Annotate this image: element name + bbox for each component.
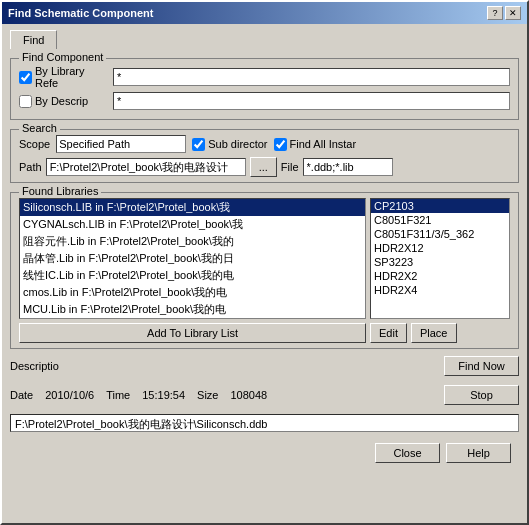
search-group: Search Scope Specified Path Current Libr… <box>10 129 519 183</box>
list-item[interactable]: Siliconsch.LIB in F:\Protel2\Protel_book… <box>20 199 365 216</box>
close-title-button[interactable]: ✕ <box>505 6 521 20</box>
list-item[interactable]: HDR2X12 <box>371 241 509 255</box>
edit-place-row: Edit Place <box>370 323 510 343</box>
found-libraries-group: Found Libraries Siliconsch.LIB in F:\Pro… <box>10 192 519 349</box>
browse-button[interactable]: ... <box>250 157 277 177</box>
list-item[interactable]: cmos.Lib in F:\Protel2\Protel_book\我的电 <box>20 284 365 301</box>
by-descrip-checkbox[interactable] <box>19 95 32 108</box>
find-all-instance-label: Find All Instar <box>274 138 357 151</box>
find-all-instance-checkbox[interactable] <box>274 138 287 151</box>
right-panel: CP2103 C8051F321 C8051F311/3/5_362 HDR2X… <box>370 198 510 343</box>
by-library-row: By Library Refe <box>19 65 510 89</box>
path-label: Path <box>19 161 42 173</box>
description-label: Descriptio <box>10 360 59 372</box>
search-group-label: Search <box>19 122 60 134</box>
list-item[interactable]: HDR2X2 <box>371 269 509 283</box>
size-value: 108048 <box>230 389 267 401</box>
add-to-library-button[interactable]: Add To Library List <box>19 323 366 343</box>
close-button[interactable]: Close <box>375 443 440 463</box>
path-row: Path ... File <box>19 157 510 177</box>
content-area: Find Find Component By Library Refe By D… <box>2 24 527 523</box>
stop-button[interactable]: Stop <box>444 385 519 405</box>
description-row: Descriptio Find Now <box>10 354 519 378</box>
by-descrip-row: By Descrip <box>19 92 510 110</box>
by-library-checkbox-label: By Library Refe <box>19 65 109 89</box>
date-row: Date 2010/10/6 Time 15:19:54 Size 108048… <box>10 383 519 407</box>
list-item[interactable]: SP3223 <box>371 255 509 269</box>
action-buttons: Close Help <box>10 439 519 467</box>
add-to-library-row: Add To Library List <box>19 323 366 343</box>
find-component-group: Find Component By Library Refe By Descri… <box>10 58 519 120</box>
list-item[interactable]: MCU.Lib in F:\Protel2\Protel_book\我的电 <box>20 301 365 318</box>
by-library-input[interactable] <box>113 68 510 86</box>
scope-row: Scope Specified Path Current Library All… <box>19 135 510 153</box>
by-descrip-input[interactable] <box>113 92 510 110</box>
right-list[interactable]: CP2103 C8051F321 C8051F311/3/5_362 HDR2X… <box>370 198 510 319</box>
found-libraries-content: Siliconsch.LIB in F:\Protel2\Protel_book… <box>19 198 510 343</box>
list-item[interactable]: C8051F321 <box>371 213 509 227</box>
date-info: Date 2010/10/6 Time 15:19:54 Size 108048 <box>10 389 267 401</box>
tab-bar: Find <box>10 30 519 49</box>
time-label: Time <box>106 389 130 401</box>
file-input[interactable] <box>303 158 393 176</box>
path-input[interactable] <box>46 158 246 176</box>
sub-directory-checkbox[interactable] <box>192 138 205 151</box>
list-item[interactable]: 晶体管.Lib in F:\Protel2\Protel_book\我的日 <box>20 250 365 267</box>
bottom-path: F:\Protel2\Protel_book\我的电路设计\Siliconsch… <box>10 414 519 432</box>
main-window: Find Schematic Component ? ✕ Find Find C… <box>0 0 529 525</box>
scope-label: Scope <box>19 138 50 150</box>
left-list[interactable]: Siliconsch.LIB in F:\Protel2\Protel_book… <box>19 198 366 319</box>
place-button[interactable]: Place <box>411 323 457 343</box>
list-item[interactable]: 线性IC.Lib in F:\Protel2\Protel_book\我的电 <box>20 267 365 284</box>
by-descrip-checkbox-label: By Descrip <box>19 95 109 108</box>
help-button[interactable]: Help <box>446 443 511 463</box>
list-item[interactable]: CP2103 <box>371 199 509 213</box>
left-panel: Siliconsch.LIB in F:\Protel2\Protel_book… <box>19 198 366 343</box>
found-libraries-label: Found Libraries <box>19 185 101 197</box>
list-item[interactable]: C8051F311/3/5_362 <box>371 227 509 241</box>
date-label: Date <box>10 389 33 401</box>
size-label: Size <box>197 389 218 401</box>
sub-directory-label: Sub director <box>192 138 267 151</box>
date-value: 2010/10/6 <box>45 389 94 401</box>
help-title-button[interactable]: ? <box>487 6 503 20</box>
tab-find[interactable]: Find <box>10 30 57 49</box>
scope-dropdown-wrapper: Specified Path Current Library All Libra… <box>56 135 186 153</box>
find-component-label: Find Component <box>19 51 106 63</box>
list-item[interactable]: CYGNALsch.LIB in F:\Protel2\Protel_book\… <box>20 216 365 233</box>
list-item[interactable]: 阻容元件.Lib in F:\Protel2\Protel_book\我的 <box>20 233 365 250</box>
scope-dropdown[interactable]: Specified Path Current Library All Libra… <box>56 135 186 153</box>
find-now-button[interactable]: Find Now <box>444 356 519 376</box>
file-label: File <box>281 161 299 173</box>
title-bar-buttons: ? ✕ <box>487 6 521 20</box>
time-value: 15:19:54 <box>142 389 185 401</box>
by-library-checkbox[interactable] <box>19 71 32 84</box>
list-item[interactable]: HDR2X4 <box>371 283 509 297</box>
edit-button[interactable]: Edit <box>370 323 407 343</box>
title-bar: Find Schematic Component ? ✕ <box>2 2 527 24</box>
window-title: Find Schematic Component <box>8 7 153 19</box>
